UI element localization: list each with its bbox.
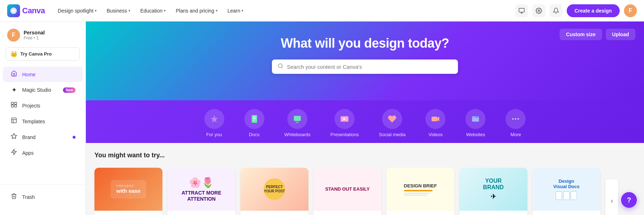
settings-icon-button[interactable] bbox=[532, 4, 545, 17]
chevron-down-icon: ▾ bbox=[216, 9, 218, 13]
card-logo[interactable]: YOURBRAND ✈ 🔍 Logo 500 × 500 bbox=[459, 168, 527, 215]
cards-row: Present with ease 🔍 Presentation (16:9) … bbox=[86, 168, 644, 215]
magic-studio-icon: ✦ bbox=[10, 86, 18, 94]
monitor-icon-button[interactable] bbox=[515, 4, 528, 17]
logo-icon bbox=[7, 4, 20, 17]
sidebar-user-name: Personal bbox=[24, 30, 45, 35]
docs-icon bbox=[244, 109, 264, 129]
search-icon bbox=[278, 63, 283, 70]
svg-rect-2 bbox=[11, 102, 14, 104]
sidebar: F Personal Free • 1 👑 Try Canva Pro Home… bbox=[0, 22, 86, 215]
card-document[interactable]: DESIGN BRIEF 🔍 Document 816 × 1056 bbox=[386, 168, 454, 215]
logo[interactable]: Canva bbox=[7, 4, 45, 17]
qa-websites-label: Websites bbox=[466, 132, 485, 137]
svg-point-7 bbox=[278, 64, 282, 68]
sidebar-user: F Personal Free • 1 bbox=[0, 27, 86, 47]
hero-banner: Custom size Upload What will you design … bbox=[86, 22, 644, 100]
sidebar-item-label-trash: Trash bbox=[22, 194, 35, 200]
svg-rect-4 bbox=[11, 105, 14, 107]
suggestions-section: You might want to try... bbox=[86, 143, 644, 168]
qa-social-media[interactable]: Social media bbox=[369, 106, 415, 140]
card-thumb-doc: Design Visual Docs 🔍 bbox=[532, 168, 600, 211]
sidebar-item-magic-studio[interactable]: ✦ Magic Studio New bbox=[3, 82, 83, 97]
brand-icon bbox=[10, 133, 18, 141]
quick-access-bar: For you Docs Whiteboards P bbox=[86, 100, 644, 143]
svg-point-20 bbox=[518, 118, 519, 120]
card-thumb-instagram: PERFECT YOUR POST 🔍 bbox=[240, 168, 308, 211]
logo-text: Canva bbox=[22, 6, 45, 15]
qa-presentations-label: Presentations bbox=[331, 132, 359, 137]
nav-business[interactable]: Business ▾ bbox=[102, 5, 135, 16]
card-thumb-document: DESIGN BRIEF 🔍 bbox=[386, 168, 454, 211]
crown-icon: 👑 bbox=[10, 51, 18, 57]
nav-links: Design spotlight ▾ Business ▾ Education … bbox=[54, 5, 515, 16]
qa-for-you[interactable]: For you bbox=[194, 106, 234, 140]
sidebar-item-projects[interactable]: Projects bbox=[3, 98, 83, 113]
user-avatar[interactable]: F bbox=[624, 4, 637, 17]
hero-title: What will you design today? bbox=[107, 36, 623, 51]
more-icon bbox=[506, 109, 526, 129]
sidebar-item-brand[interactable]: Brand bbox=[3, 129, 83, 145]
nav-education[interactable]: Education ▾ bbox=[136, 5, 170, 16]
for-you-icon bbox=[204, 109, 224, 129]
sidebar-item-label-templates: Templates bbox=[22, 119, 45, 124]
templates-icon bbox=[10, 117, 18, 125]
upload-button[interactable]: Upload bbox=[606, 29, 635, 40]
qa-social-media-label: Social media bbox=[379, 132, 405, 137]
presentations-icon bbox=[335, 109, 355, 129]
card-doc[interactable]: Design Visual Docs 🔍 Doc bbox=[532, 168, 600, 215]
qa-whiteboards[interactable]: Whiteboards bbox=[274, 106, 321, 140]
svg-marker-13 bbox=[438, 117, 439, 121]
create-design-button[interactable]: Create a design bbox=[567, 4, 620, 17]
social-media-icon bbox=[382, 109, 402, 129]
search-input[interactable] bbox=[287, 64, 452, 70]
custom-size-button[interactable]: Custom size bbox=[560, 29, 602, 40]
cards-scroll-right-button[interactable]: › bbox=[605, 179, 618, 215]
qa-for-you-label: For you bbox=[206, 132, 222, 137]
try-canva-pro-button[interactable]: 👑 Try Canva Pro bbox=[6, 47, 80, 61]
card-resume[interactable]: STAND OUT EASILY 🔍 Resume 8.5 × 11 in bbox=[313, 168, 381, 215]
sidebar-item-label-apps: Apps bbox=[22, 150, 34, 156]
search-bar bbox=[272, 59, 458, 74]
sidebar-nav: Home ✦ Magic Studio New Projects Templat… bbox=[0, 66, 86, 184]
svg-rect-5 bbox=[15, 105, 17, 107]
section-title: You might want to try... bbox=[94, 152, 635, 159]
qa-whiteboards-label: Whiteboards bbox=[284, 132, 311, 137]
sidebar-item-home[interactable]: Home bbox=[3, 67, 83, 82]
sidebar-item-label-brand: Brand bbox=[22, 134, 35, 140]
bell-icon-button[interactable] bbox=[550, 4, 562, 17]
qa-more-label: More bbox=[511, 132, 521, 137]
websites-icon bbox=[465, 109, 486, 129]
nav-learn[interactable]: Learn ▾ bbox=[223, 5, 248, 16]
qa-more[interactable]: More bbox=[496, 106, 536, 140]
svg-point-18 bbox=[512, 118, 514, 120]
chevron-down-icon: ▾ bbox=[128, 9, 130, 13]
sidebar-item-apps[interactable]: Apps bbox=[3, 145, 83, 161]
qa-docs[interactable]: Docs bbox=[234, 106, 274, 140]
topnav-right: Create a design F bbox=[515, 4, 637, 17]
card-thumb-logo: YOURBRAND ✈ 🔍 bbox=[459, 168, 527, 211]
sidebar-item-trash[interactable]: Trash bbox=[3, 189, 83, 205]
svg-rect-8 bbox=[252, 115, 257, 123]
svg-rect-3 bbox=[15, 102, 17, 104]
sidebar-item-label-home: Home bbox=[22, 72, 35, 77]
card-thumb-poster: 🌸🌷 ATTRACT MORE ATTENTION 🔍 bbox=[167, 168, 235, 211]
sidebar-item-templates[interactable]: Templates bbox=[3, 114, 83, 129]
hero-actions: Custom size Upload bbox=[560, 29, 635, 40]
help-button[interactable]: ? bbox=[621, 192, 637, 208]
nav-design-spotlight[interactable]: Design spotlight ▾ bbox=[54, 5, 101, 16]
card-presentation[interactable]: Present with ease 🔍 Presentation (16:9) … bbox=[94, 168, 162, 215]
qa-presentations[interactable]: Presentations bbox=[321, 106, 369, 140]
nav-plans-pricing[interactable]: Plans and pricing ▾ bbox=[171, 5, 221, 16]
svg-point-19 bbox=[515, 118, 516, 120]
sidebar-item-label-magic: Magic Studio bbox=[22, 87, 51, 93]
qa-websites[interactable]: Websites bbox=[455, 106, 496, 140]
card-thumb-presentation: Present with ease 🔍 bbox=[94, 168, 162, 211]
sidebar-user-info: Personal Free • 1 bbox=[24, 30, 45, 40]
svg-point-16 bbox=[473, 117, 474, 118]
card-poster[interactable]: 🌸🌷 ATTRACT MORE ATTENTION 🔍 Poster (Port… bbox=[167, 168, 235, 215]
qa-videos[interactable]: Videos bbox=[415, 106, 455, 140]
brand-notification-dot bbox=[73, 136, 75, 139]
card-instagram[interactable]: PERFECT YOUR POST 🔍 Instagram Post (Squa… bbox=[240, 168, 308, 215]
sidebar-user-plan: Free • 1 bbox=[24, 35, 45, 40]
